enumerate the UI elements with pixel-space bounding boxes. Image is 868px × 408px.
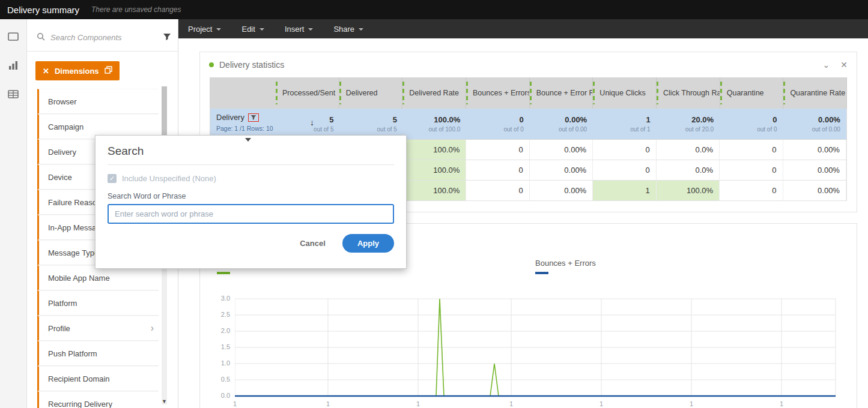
filter-menu-caret-icon (245, 138, 251, 142)
table-icon[interactable] (7, 88, 20, 101)
column-accent-bar (783, 82, 785, 104)
dimension-item[interactable]: Mobile App Name (37, 265, 159, 290)
summary-value: 0 (520, 115, 524, 124)
column-header[interactable]: Delivered Rate (402, 77, 466, 109)
y-axis-tick-label: 1.0 (207, 359, 230, 367)
column-header-label: Delivered Rate (409, 89, 459, 97)
dimension-item[interactable]: Platform (37, 290, 159, 316)
dimension-item[interactable]: Browser (37, 89, 159, 114)
column-header[interactable]: Processed/Sent (276, 77, 339, 109)
legend-swatch (217, 272, 230, 274)
summary-subvalue: out of 20.0 (685, 126, 714, 133)
summary-cell: 0.00%out of 0.00 (530, 109, 593, 139)
menu-label: Edit (241, 25, 255, 34)
summary-subvalue: out of 0 (757, 126, 777, 133)
table-cell: 0.00% (530, 140, 593, 160)
legend-item[interactable]: Bounces + Errors (535, 259, 596, 268)
summary-value: 5 (393, 115, 397, 124)
column-header[interactable]: Quarantine (720, 77, 784, 109)
x-axis-tick-label: 1 (780, 400, 783, 407)
dimension-label: Profile (48, 324, 70, 333)
summary-cell: 1out of 1 (593, 109, 656, 139)
dimension-label: Recurring Delivery (48, 400, 112, 408)
line-chart (235, 298, 838, 398)
scroll-down-arrow[interactable]: ▼ (162, 398, 167, 404)
summary-subvalue: out of 5 (314, 126, 333, 133)
dimension-label: Recipient Domain (48, 374, 110, 383)
column-accent-bar (276, 82, 278, 104)
table-cell: 0.00% (530, 160, 593, 180)
column-header[interactable]: Click Through Rate (657, 77, 720, 109)
summary-value: 1 (646, 115, 650, 124)
sort-descending-icon[interactable]: ↓ (310, 118, 314, 127)
include-unspecified-checkbox[interactable]: ✓ (108, 174, 117, 183)
search-word-input[interactable] (108, 204, 394, 224)
summary-cell: 0out of 0 (466, 109, 529, 139)
table-cell: 100.0% (403, 160, 466, 180)
dimension-label: Delivery (48, 148, 76, 157)
column-accent-bar (466, 82, 468, 104)
dimension-item[interactable]: Profile› (37, 316, 159, 341)
search-components-input[interactable] (50, 33, 157, 42)
column-header[interactable]: Quarantine Rate (783, 77, 847, 109)
menubar: ProjectEditInsertShare (178, 19, 868, 38)
filter-funnel-icon[interactable] (163, 32, 171, 43)
search-icon (37, 32, 45, 43)
panels-icon[interactable] (7, 30, 20, 43)
summary-subvalue: out of 100.0 (428, 126, 460, 133)
chevron-right-icon: › (151, 323, 154, 334)
column-header[interactable]: Bounces + Errors (466, 77, 530, 109)
menu-share[interactable]: Share (333, 25, 363, 34)
checkbox-label: Include Unspecified (None) (122, 174, 216, 183)
summary-value: 20.0% (691, 115, 714, 124)
summary-value: 100.0% (434, 115, 460, 124)
dimensions-filter-chip[interactable]: ✕ Dimensions (35, 61, 120, 80)
dimension-label: Campaign (48, 122, 83, 131)
column-header-label: Delivered (346, 89, 378, 97)
summary-subvalue: out of 5 (377, 126, 397, 133)
table-cell: 100.0% (403, 181, 466, 200)
column-accent-bar (530, 82, 532, 104)
bar-chart-icon[interactable] (7, 59, 20, 72)
dimension-item[interactable]: Push Platform (37, 341, 159, 366)
table-cell: 0.0% (657, 140, 720, 160)
column-accent-bar (402, 82, 404, 104)
column-header[interactable]: Bounce + Error Rate (530, 77, 593, 109)
menu-edit[interactable]: Edit (241, 25, 264, 34)
column-header-label: Processed/Sent (282, 89, 335, 97)
summary-value: 0 (772, 115, 777, 124)
dimension-item[interactable]: Recipient Domain (37, 366, 159, 391)
x-axis-tick-label: 1 (233, 400, 237, 407)
cancel-button[interactable]: Cancel (300, 239, 326, 248)
column-header[interactable]: Unique Clicks (593, 77, 657, 109)
dimensions-chip-label: Dimensions (55, 67, 99, 76)
table-cell: 0 (720, 140, 783, 160)
apply-button[interactable]: Apply (342, 234, 394, 253)
summary-row-label: Delivery (216, 113, 244, 122)
menu-insert[interactable]: Insert (285, 25, 314, 34)
collapse-chevron-icon[interactable]: ⌄ (823, 60, 830, 70)
table-header-row: Processed/SentDeliveredDelivered RateBou… (210, 77, 847, 109)
column-header[interactable]: Delivered (339, 77, 403, 109)
dimension-item[interactable]: Recurring Delivery (37, 391, 159, 408)
dimension-label: Device (48, 173, 72, 182)
dialog-title: Search (108, 145, 394, 165)
close-panel-icon[interactable]: ✕ (840, 60, 848, 70)
legend-swatch (535, 272, 548, 274)
y-axis-tick-label: 2.5 (207, 311, 230, 318)
summary-cell: 100.0%out of 100.0 (403, 109, 466, 139)
close-icon[interactable]: ✕ (43, 67, 49, 75)
table-cell: 0.00% (783, 160, 846, 180)
scrollbar-thumb[interactable] (162, 86, 167, 139)
table-cell: 0.00% (530, 181, 593, 200)
row-filter-icon[interactable] (248, 113, 259, 122)
menu-project[interactable]: Project (188, 25, 221, 34)
top-bar: Delivery summary There are unsaved chang… (0, 0, 868, 19)
dimension-label: Failure Reason (48, 198, 101, 207)
column-header[interactable] (210, 77, 276, 109)
table-cell: 0.0% (657, 160, 720, 180)
summary-subvalue: out of 0 (503, 126, 523, 133)
column-header-label: Bounce + Error Rate (536, 89, 593, 97)
dimension-label: Browser (48, 97, 77, 106)
x-axis-tick-label: 1 (326, 400, 330, 407)
